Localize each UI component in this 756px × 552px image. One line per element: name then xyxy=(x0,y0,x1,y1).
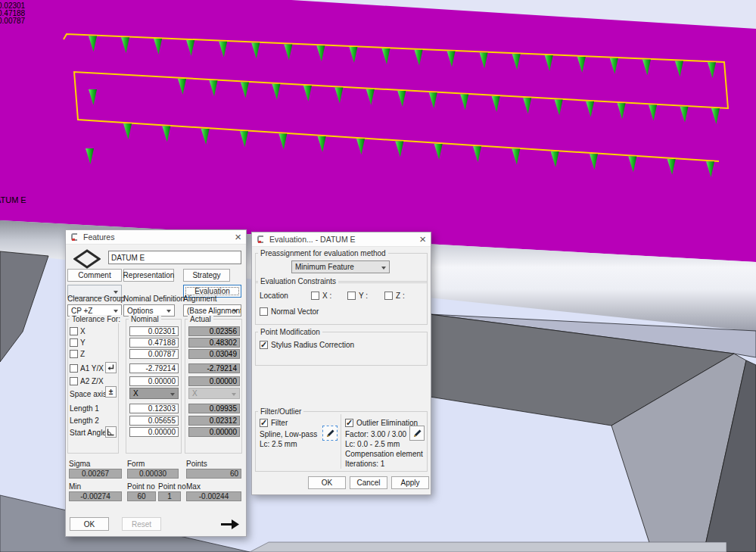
filter-outlier-group-label: Filter/Outlier xyxy=(258,407,303,416)
space-axis-nominal-combo[interactable]: X xyxy=(129,388,179,399)
next-feature-button[interactable] xyxy=(219,518,241,531)
max-label: Max xyxy=(186,482,201,491)
pointno2-label: Point no xyxy=(158,482,186,491)
outlier-elimination-label: Outlier Elimination xyxy=(356,419,418,427)
strategy-button[interactable]: Strategy xyxy=(183,269,230,282)
points-value: 60 xyxy=(186,469,241,479)
stylus-radius-checkbox[interactable] xyxy=(260,341,268,349)
filter-checkbox[interactable] xyxy=(260,419,268,427)
location-y-label: Y : xyxy=(359,292,368,300)
actual-length1-value: 0.09935 xyxy=(188,404,240,413)
pencil-icon xyxy=(325,429,335,438)
points-label: Points xyxy=(186,460,207,468)
comment-button[interactable]: Comment xyxy=(67,269,122,282)
evaluation-dialog-title: Evaluation... - DATUM E xyxy=(269,235,419,244)
features-dialog-title: Features xyxy=(83,232,235,242)
nominal-length2-input[interactable]: 0.05655 xyxy=(129,416,179,426)
tolerance-group-label: Tolerance For: xyxy=(70,315,123,323)
angle-icon xyxy=(107,428,115,436)
nominal-length1-input[interactable]: 0.12303 xyxy=(129,404,179,413)
outlier-desc-3: Compensation element xyxy=(345,450,423,458)
tolerance-z-checkbox[interactable] xyxy=(70,350,78,358)
probe-coordinate-readout: 0.02301 0.47188 0.00787 xyxy=(0,2,25,25)
datum-plane-label: DATUM E xyxy=(0,196,26,204)
tolerance-y-checkbox[interactable] xyxy=(70,338,78,347)
tolerance-x-checkbox[interactable] xyxy=(70,327,78,335)
max-value: -0.00244 xyxy=(186,491,241,501)
pointno1-value: 60 xyxy=(127,491,156,501)
nominal-start-angle-input[interactable]: 0.00000 xyxy=(129,427,179,437)
nominal-a2-input[interactable]: 0.00000 xyxy=(129,376,179,386)
filter-label: Filter xyxy=(271,419,288,427)
length1-label: Length 1 xyxy=(70,404,99,413)
features-ok-button[interactable]: OK xyxy=(70,517,109,531)
evaluation-method-combo[interactable]: Minimum Feature xyxy=(291,260,390,273)
bottom-strip-face xyxy=(250,542,726,552)
nominal-definition-label: Nominal Definition xyxy=(123,295,185,303)
space-axis-actual-combo: X xyxy=(188,388,240,399)
evaluation-ok-button[interactable]: OK xyxy=(308,476,346,489)
location-x-checkbox[interactable] xyxy=(311,292,319,300)
filter-edit-button[interactable] xyxy=(322,426,338,441)
form-value: 0.00030 xyxy=(127,469,179,479)
actual-start-angle-value: 0.00000 xyxy=(188,427,240,437)
alignment-label: Alignment xyxy=(183,295,216,303)
location-y-checkbox[interactable] xyxy=(347,292,356,300)
features-reset-button[interactable]: Reset xyxy=(122,517,161,531)
location-z-checkbox[interactable] xyxy=(384,292,393,300)
evaluation-close-icon[interactable] xyxy=(419,235,426,245)
tolerance-a2-checkbox[interactable] xyxy=(70,377,78,385)
start-angle-label: Start Angle xyxy=(70,429,107,437)
features-titlebar[interactable]: Features xyxy=(66,230,246,245)
evaluation-apply-button[interactable]: Apply xyxy=(391,476,429,489)
outlier-edit-button[interactable] xyxy=(409,426,425,441)
start-angle-button[interactable] xyxy=(105,426,117,438)
actual-a2-value: 0.00000 xyxy=(188,376,240,386)
outlier-desc-4: Iterations: 1 xyxy=(345,460,384,468)
pencil-icon xyxy=(412,429,422,438)
datum-plane-face xyxy=(0,0,756,262)
stylus-radius-label: Stylus Radius Correction xyxy=(271,341,354,349)
outlier-elimination-checkbox[interactable] xyxy=(345,419,353,427)
min-label: Min xyxy=(69,482,81,491)
tolerance-a1-checkbox[interactable] xyxy=(70,364,78,373)
nominal-a1-input[interactable]: -2.79214 xyxy=(129,363,179,373)
normal-vector-checkbox[interactable] xyxy=(260,307,268,316)
sigma-label: Sigma xyxy=(69,460,90,468)
length2-label: Length 2 xyxy=(70,416,99,425)
normal-vector-label: Normal Vector xyxy=(271,307,319,316)
representation-button[interactable]: Representation xyxy=(123,269,174,282)
tolerance-x-label: X xyxy=(80,327,86,335)
evaluation-titlebar[interactable]: Evaluation... - DATUM E xyxy=(252,232,431,247)
features-close-icon[interactable] xyxy=(235,232,241,242)
location-z-label: Z : xyxy=(396,292,405,300)
nominal-x-input[interactable]: 0.02301 xyxy=(129,326,179,336)
actual-z-value: 0.03049 xyxy=(188,349,240,359)
actual-group-label: Actual xyxy=(188,315,213,323)
nominal-group-label: Nominal xyxy=(129,315,161,323)
tolerance-a2-label: A2 Z/X xyxy=(80,377,104,385)
tolerance-z-label: Z xyxy=(80,350,85,358)
actual-y-value: 0.48302 xyxy=(188,338,240,348)
tolerance-a1-label: A1 Y/X xyxy=(80,364,104,373)
nominal-z-input[interactable]: 0.00787 xyxy=(129,349,179,359)
features-dialog: Features DATUM E Comment Representation … xyxy=(65,229,247,537)
feature-name-input[interactable]: DATUM E xyxy=(108,251,241,264)
plane-feature-icon xyxy=(73,249,101,270)
space-axis-direction-button[interactable]: ± xyxy=(105,386,117,398)
nominal-y-input[interactable]: 0.47188 xyxy=(129,338,179,348)
location-x-label: X : xyxy=(322,292,331,300)
actual-length2-value: 0.02312 xyxy=(188,416,240,426)
actual-a1-value: -2.79214 xyxy=(188,363,240,373)
filter-desc-2: Lc: 2.5 mm xyxy=(260,440,297,448)
sigma-value: 0.00267 xyxy=(69,469,122,479)
space-axis-label: Space axis xyxy=(70,390,107,398)
constraints-groupbox xyxy=(255,281,428,325)
form-label: Form xyxy=(127,460,145,468)
location-label: Location xyxy=(260,292,288,300)
recalculate-icon xyxy=(107,363,115,372)
evaluation-cancel-button[interactable]: Cancel xyxy=(350,476,387,489)
pointno2-value: 1 xyxy=(158,491,181,501)
recalculate-angle-button[interactable] xyxy=(105,362,117,373)
calypso-app-icon xyxy=(257,235,266,244)
